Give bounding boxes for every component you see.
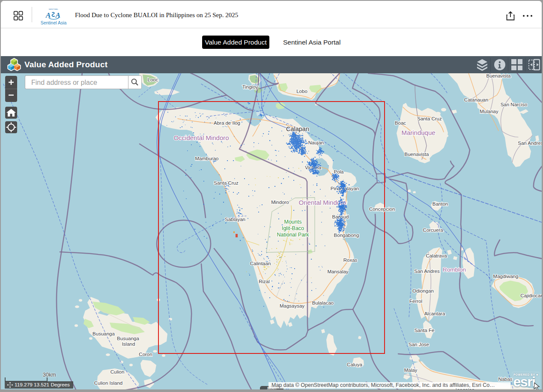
svg-text:Mulanay: Mulanay bbox=[480, 109, 498, 114]
svg-text:Roxas: Roxas bbox=[343, 257, 358, 263]
svg-text:Culion: Culion bbox=[110, 369, 125, 374]
svg-text:Calatrava: Calatrava bbox=[426, 253, 447, 258]
svg-text:Odiongan: Odiongan bbox=[412, 288, 434, 293]
svg-text:Naujan: Naujan bbox=[308, 140, 324, 145]
svg-text:Busuanga: Busuanga bbox=[92, 331, 115, 336]
svg-text:Alcantara: Alcantara bbox=[424, 311, 445, 316]
svg-text:Island: Island bbox=[122, 341, 135, 347]
svg-text:Mindoro: Mindoro bbox=[271, 200, 289, 205]
svg-text:Concepcion: Concepcion bbox=[369, 206, 395, 212]
svg-text:Abra de Ilog: Abra de Ilog bbox=[214, 120, 240, 126]
svg-text:Catanauan: Catanauan bbox=[464, 97, 488, 102]
svg-text:Occidental Mindoro: Occidental Mindoro bbox=[173, 134, 229, 141]
svg-text:Boac: Boac bbox=[395, 120, 406, 126]
svg-text:Buenavista: Buenavista bbox=[405, 152, 430, 157]
svg-text:Santa Fe: Santa Fe bbox=[415, 328, 435, 333]
svg-text:Magdiwang: Magdiwang bbox=[493, 274, 519, 279]
svg-text:Caluya: Caluya bbox=[347, 362, 362, 367]
svg-text:Looc: Looc bbox=[148, 77, 158, 82]
svg-text:San Narciso: San Narciso bbox=[501, 102, 528, 107]
svg-text:Santa Cruz: Santa Cruz bbox=[214, 180, 239, 186]
svg-text:Malay: Malay bbox=[404, 368, 418, 373]
svg-text:Busuanga: Busuanga bbox=[117, 336, 139, 341]
svg-text:Calintaan: Calintaan bbox=[250, 261, 271, 266]
svg-text:Santa Cruz: Santa Cruz bbox=[417, 116, 442, 121]
svg-text:Cajidiocan: Cajidiocan bbox=[520, 293, 542, 298]
svg-text:Marinduque: Marinduque bbox=[401, 129, 435, 136]
svg-text:Banton: Banton bbox=[433, 201, 448, 206]
svg-text:Rizal: Rizal bbox=[259, 279, 270, 284]
svg-text:Pola: Pola bbox=[334, 169, 344, 174]
svg-text:Calapan: Calapan bbox=[286, 126, 309, 132]
svg-text:Coron: Coron bbox=[139, 352, 152, 357]
svg-text:San Andres: San Andres bbox=[518, 141, 542, 146]
svg-text:Oriental Mindoro: Oriental Mindoro bbox=[299, 199, 346, 206]
svg-text:San Andres: San Andres bbox=[414, 269, 440, 274]
svg-text:Magsaysay: Magsaysay bbox=[280, 303, 304, 308]
svg-text:A: A bbox=[45, 11, 51, 19]
svg-text:Romblon: Romblon bbox=[443, 266, 466, 273]
svg-text:Lobo: Lobo bbox=[296, 89, 307, 94]
svg-text:Mansalay: Mansalay bbox=[327, 269, 348, 274]
svg-text:Mamburao: Mamburao bbox=[195, 156, 219, 161]
svg-text:National Park: National Park bbox=[277, 232, 309, 238]
svg-text:Bulalacao: Bulalacao bbox=[312, 300, 334, 305]
svg-text:Ferrol: Ferrol bbox=[409, 299, 422, 304]
svg-text:Mounts: Mounts bbox=[284, 219, 302, 225]
svg-text:Buenavista: Buenavista bbox=[486, 73, 511, 78]
svg-text:Bongabong: Bongabong bbox=[334, 233, 359, 238]
svg-text:Iglit-Baco: Iglit-Baco bbox=[282, 225, 304, 231]
svg-text:Tingloy: Tingloy bbox=[242, 84, 258, 90]
svg-text:Corcuera: Corcuera bbox=[423, 227, 443, 233]
svg-text:San Jose: San Jose bbox=[409, 342, 429, 347]
svg-text:Sablayan: Sablayan bbox=[225, 217, 245, 222]
svg-text:Culion Island: Culion Island bbox=[94, 380, 122, 386]
